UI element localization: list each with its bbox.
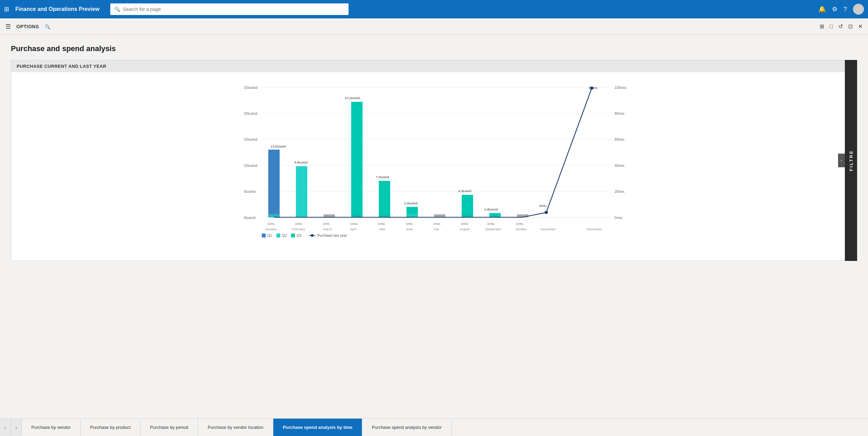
svg-point-66 [545,211,548,214]
svg-rect-18 [268,150,279,217]
avatar[interactable] [853,4,864,15]
svg-text:20mio.: 20mio. [614,189,625,193]
svg-text:20tusind: 20tusind [244,111,257,115]
svg-text:80mio.: 80mio. [614,111,625,115]
help-icon[interactable]: ? [843,6,847,13]
svg-text:January: January [265,227,277,231]
svg-text:December: December [587,227,602,231]
chart-body: 25tusind 20tusind 15tusind 10tusind 5tus… [11,72,857,259]
svg-text:Purchase last year: Purchase last year [317,233,347,237]
svg-text:August: August [460,227,470,231]
expand-icon[interactable]: ⊡ [848,23,853,30]
grid-icon[interactable]: ⊞ [820,23,824,30]
close-icon[interactable]: ✕ [858,23,863,30]
svg-text:7,0tusind: 7,0tusind [376,175,389,179]
subtoolbar-search-icon[interactable]: 🔍 [45,24,50,29]
svg-text:13,0tusind: 13,0tusind [271,144,286,148]
svg-text:Q2: Q2 [282,233,287,237]
svg-rect-31 [351,102,363,217]
svg-text:25tusind: 25tusind [244,85,257,90]
svg-text:1mio.: 1mio. [461,222,469,225]
svg-text:October: October [515,227,527,231]
svg-rect-51 [462,214,473,217]
page-title: Purchase and spend analysis [11,44,857,53]
tab-prev-button[interactable]: ‹ [0,419,11,436]
svg-text:9,8tusind: 9,8tusind [294,160,308,164]
svg-rect-68 [262,234,266,237]
svg-text:4,3tusind: 4,3tusind [458,189,471,193]
svg-text:June: June [406,227,413,231]
svg-text:1mio.: 1mio. [267,222,275,225]
svg-text:March: March [323,227,333,231]
svg-point-75 [311,234,314,237]
svg-text:1mio.: 1mio. [516,222,524,225]
svg-text:Q1: Q1 [267,233,272,237]
svg-text:1mio.: 1mio. [433,222,441,225]
svg-text:April: April [350,227,356,231]
svg-rect-70 [276,234,280,237]
svg-text:1mio.: 1mio. [487,222,495,225]
svg-text:4mio.: 4mio. [539,204,547,207]
svg-text:July: July [433,227,439,231]
svg-rect-49 [462,195,473,217]
svg-text:60mio.: 60mio. [614,137,625,141]
svg-text:1mio.: 1mio. [295,222,303,225]
svg-text:0mio.: 0mio. [614,216,623,220]
search-icon: 🔍 [114,6,120,12]
svg-rect-43 [406,214,418,217]
tab-purchase-by-vendor-location[interactable]: Purchase by vendor location [198,419,273,436]
hamburger-icon[interactable]: ☰ [5,23,11,30]
tab-next-button[interactable]: › [11,419,22,436]
search-input[interactable] [123,6,344,12]
topbar: ⊞ Finance and Operations Preview 🔍 🔔 ⚙ ? [0,0,868,18]
svg-text:1mio.: 1mio. [378,222,386,225]
svg-text:22,2tusind: 22,2tusind [345,96,360,100]
subtoolbar: ☰ OPTIONS 🔍 ⊞ □ ↺ ⊡ ✕ [0,18,868,35]
svg-rect-36 [379,181,390,217]
filter-panel[interactable]: FILTRE [845,60,857,261]
svg-rect-20 [268,214,279,217]
svg-text:96mio.: 96mio. [589,86,598,90]
notification-icon[interactable]: 🔔 [818,5,826,13]
svg-text:1mio.: 1mio. [350,222,358,225]
chart-header: PURCHASE CURRENT AND LAST YEAR [11,60,857,72]
svg-rect-46 [434,214,445,217]
search-box[interactable]: 🔍 [110,3,349,15]
svg-text:40mio.: 40mio. [614,164,625,168]
svg-text:5tusind: 5tusind [244,189,255,193]
svg-rect-23 [296,166,307,217]
svg-text:September: September [485,227,501,231]
main-content: Purchase and spend analysis PURCHASE CUR… [0,35,868,418]
tab-purchase-spend-analysis-by-time[interactable]: Purchase spend analysis by time [273,419,362,436]
waffle-icon[interactable]: ⊞ [4,5,9,13]
svg-rect-25 [296,214,307,217]
svg-rect-38 [379,214,390,217]
filter-label: FILTRE [849,150,854,171]
tab-purchase-spend-analysis-by-vendor[interactable]: Purchase spend analysis by vendor [362,419,451,436]
tab-purchase-by-product[interactable]: Purchase by product [81,419,141,436]
svg-text:10tusind: 10tusind [244,164,257,168]
filter-toggle[interactable]: ‹ [838,154,845,167]
chart-container: PURCHASE CURRENT AND LAST YEAR 25tusind … [11,60,857,261]
settings-icon[interactable]: ⚙ [832,5,837,13]
svg-rect-28 [323,214,335,217]
svg-text:2,0tusind: 2,0tusind [404,201,417,205]
app-title: Finance and Operations Preview [15,6,99,12]
chart-svg: 25tusind 20tusind 15tusind 10tusind 5tus… [32,79,840,238]
svg-text:1mio.: 1mio. [405,222,413,225]
topbar-right-icons: 🔔 ⚙ ? [818,4,864,15]
refresh-icon[interactable]: ↺ [838,23,843,30]
svg-text:0,8tusind: 0,8tusind [484,207,498,211]
svg-text:Q3: Q3 [296,233,301,237]
svg-text:February: February [292,227,305,231]
svg-text:May: May [379,227,385,231]
window-icon[interactable]: □ [830,24,833,30]
bottom-tabs: ‹ › Purchase by vendor Purchase by produ… [0,418,868,436]
svg-text:November: November [541,227,556,231]
subtoolbar-right-icons: ⊞ □ ↺ ⊡ ✕ [820,23,863,30]
options-label: OPTIONS [16,24,39,29]
tab-purchase-by-vendor[interactable]: Purchase by vendor [22,419,81,436]
svg-text:100mio.: 100mio. [614,85,627,90]
tab-purchase-by-period[interactable]: Purchase by period [141,419,198,436]
svg-text:1mio.: 1mio. [323,222,331,225]
